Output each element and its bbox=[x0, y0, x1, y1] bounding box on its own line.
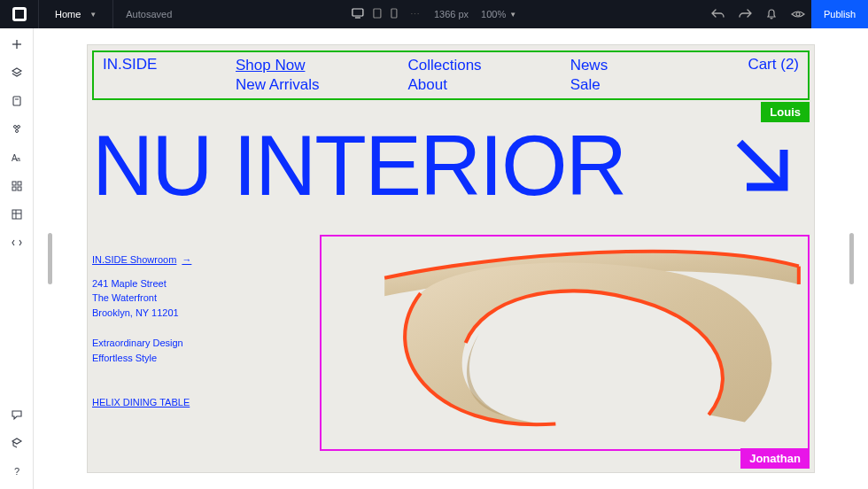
address-line-3: Brooklyn, NY 11201 bbox=[92, 306, 191, 321]
undo-button[interactable] bbox=[705, 8, 732, 20]
preview-eye-icon[interactable] bbox=[785, 9, 811, 19]
components-tool-icon[interactable] bbox=[10, 122, 24, 136]
svg-rect-2 bbox=[374, 9, 381, 18]
svg-rect-7 bbox=[13, 97, 20, 105]
hero-headline[interactable]: NU INTERIOR bbox=[92, 123, 625, 208]
add-tool-icon[interactable] bbox=[10, 37, 24, 51]
product-illustration bbox=[322, 237, 808, 449]
nav-link-sale[interactable]: Sale bbox=[570, 75, 608, 95]
zoom-value: 100% bbox=[481, 9, 506, 19]
nav-link-news[interactable]: News bbox=[570, 56, 608, 75]
svg-rect-18 bbox=[12, 187, 16, 190]
svg-point-9 bbox=[13, 126, 16, 128]
canvas-scroll-handle-right[interactable] bbox=[849, 233, 854, 284]
app-logo[interactable] bbox=[0, 0, 39, 28]
publish-label: Publish bbox=[824, 9, 856, 19]
showroom-link[interactable]: IN.SIDE Showroom → bbox=[92, 252, 191, 268]
nav-link-about[interactable]: About bbox=[407, 75, 481, 95]
chevron-down-icon: ▼ bbox=[509, 11, 516, 19]
nav-link-shop[interactable]: Shop Now bbox=[236, 56, 319, 75]
nav-link-collections[interactable]: Collections bbox=[407, 56, 481, 75]
svg-rect-0 bbox=[353, 9, 363, 16]
showroom-label: IN.SIDE Showroom bbox=[92, 252, 176, 268]
nav-link-new-arrivals[interactable]: New Arrivals bbox=[236, 75, 319, 95]
chevron-down-icon: ▼ bbox=[89, 11, 97, 19]
info-block: IN.SIDE Showroom → 241 Maple Street The … bbox=[92, 252, 191, 410]
mobile-icon[interactable] bbox=[391, 8, 398, 20]
svg-rect-3 bbox=[391, 9, 397, 18]
svg-rect-16 bbox=[12, 182, 16, 185]
left-tool-rail: Aa ? bbox=[0, 28, 34, 489]
cms-tool-icon[interactable] bbox=[10, 207, 24, 221]
collab-tag-louis: Louis bbox=[761, 102, 810, 122]
site-header-selection[interactable]: IN.SIDE Shop Now New Arrivals Collection… bbox=[92, 50, 810, 100]
svg-rect-20 bbox=[12, 210, 21, 219]
tagline-line-1: Extraordinary Design bbox=[92, 336, 191, 351]
svg-line-24 bbox=[740, 143, 784, 187]
publish-button[interactable]: Publish bbox=[811, 0, 868, 28]
editor-canvas[interactable]: IN.SIDE Shop Now New Arrivals Collection… bbox=[34, 28, 868, 489]
topbar-center-group: ⋯ 1366 px 100% ▼ bbox=[352, 8, 516, 20]
pages-tool-icon[interactable] bbox=[10, 94, 24, 108]
site-brand[interactable]: IN.SIDE bbox=[103, 56, 236, 95]
nav-col-1: Shop Now New Arrivals bbox=[236, 56, 319, 95]
address-line-1: 241 Maple Street bbox=[92, 276, 191, 291]
help-tool-icon[interactable]: ? bbox=[10, 464, 24, 478]
save-status: Autosaved bbox=[113, 9, 184, 19]
svg-text:?: ? bbox=[14, 466, 19, 477]
comments-tool-icon[interactable] bbox=[10, 408, 24, 422]
collab-tag-jonathan: Jonathan bbox=[740, 448, 810, 469]
layers-tool-icon[interactable] bbox=[10, 66, 24, 80]
zoom-selector[interactable]: 100% ▼ bbox=[481, 9, 516, 19]
canvas-width-input[interactable]: 1366 px bbox=[434, 9, 469, 19]
nav-col-3: News Sale bbox=[570, 56, 608, 95]
tablet-icon[interactable] bbox=[373, 8, 382, 20]
topbar-right-group: Publish bbox=[705, 0, 868, 28]
nav-col-2: Collections About bbox=[407, 56, 481, 95]
svg-rect-19 bbox=[18, 187, 21, 190]
svg-text:a: a bbox=[17, 156, 20, 162]
topbar-left-group: Home ▼ Autosaved bbox=[0, 0, 184, 28]
arrow-right-icon: → bbox=[182, 252, 191, 268]
arrow-down-right-icon[interactable] bbox=[729, 132, 798, 205]
svg-point-11 bbox=[15, 130, 18, 133]
product-name-link[interactable]: HELIX DINING TABLE bbox=[92, 395, 191, 410]
breakpoint-more-icon[interactable]: ⋯ bbox=[410, 9, 422, 20]
cart-link[interactable]: Cart (2) bbox=[748, 56, 799, 95]
address-line-2: The Waterfront bbox=[92, 291, 191, 306]
typography-tool-icon[interactable]: Aa bbox=[10, 151, 24, 165]
redo-button[interactable] bbox=[732, 8, 758, 20]
svg-point-10 bbox=[17, 126, 19, 128]
code-tool-icon[interactable] bbox=[10, 236, 24, 250]
product-image-selection[interactable] bbox=[320, 235, 810, 451]
site-nav-columns: Shop Now New Arrivals Collections About … bbox=[236, 56, 608, 95]
svg-rect-17 bbox=[18, 182, 21, 185]
page-selector[interactable]: Home ▼ bbox=[39, 0, 113, 28]
device-preview-group bbox=[352, 8, 398, 20]
canvas-scroll-handle-left[interactable] bbox=[48, 233, 52, 284]
learn-tool-icon[interactable] bbox=[10, 436, 24, 450]
svg-line-13 bbox=[17, 128, 19, 130]
tagline-line-2: Effortless Style bbox=[92, 351, 191, 366]
desktop-icon[interactable] bbox=[352, 8, 364, 20]
svg-point-4 bbox=[796, 12, 800, 16]
notifications-icon[interactable] bbox=[758, 8, 785, 20]
address-block: 241 Maple Street The Waterfront Brooklyn… bbox=[92, 276, 191, 321]
page-frame[interactable]: IN.SIDE Shop Now New Arrivals Collection… bbox=[87, 44, 815, 473]
page-selector-label: Home bbox=[55, 9, 81, 19]
apps-tool-icon[interactable] bbox=[10, 179, 24, 193]
app-topbar: Home ▼ Autosaved ⋯ 1366 px 100% ▼ bbox=[0, 0, 868, 28]
tagline-block: Extraordinary Design Effortless Style bbox=[92, 336, 191, 365]
